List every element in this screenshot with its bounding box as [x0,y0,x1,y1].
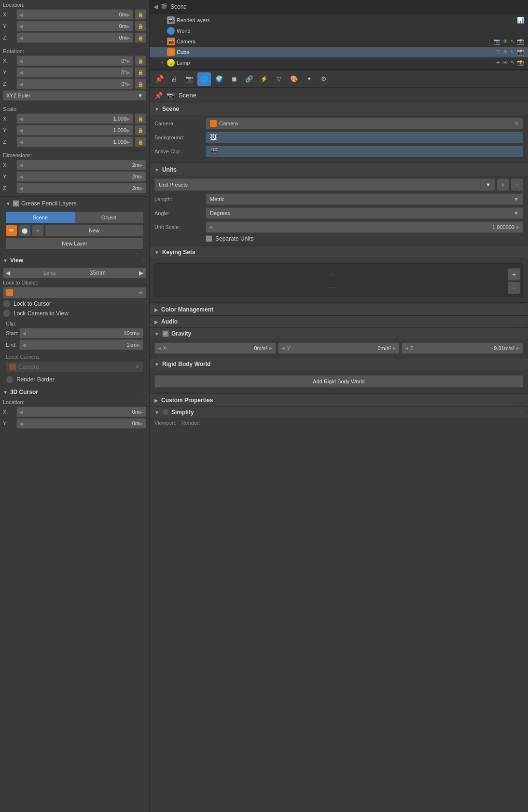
rotation-y-field[interactable]: ◀ 0° ▶ [16,67,133,78]
props-tool-scene[interactable]: 🌐 [197,72,211,86]
custom-props-header[interactable]: ▶ Custom Properties ⋯ [150,394,528,406]
gp-checkbox[interactable]: ✓ [13,200,19,207]
gravity-z-field[interactable]: ◀ Z: -9.81m/s² ▶ [402,342,523,354]
dim-z-right-arrow[interactable]: ▶ [139,186,143,191]
camera-eye-icon[interactable]: 👁 [502,38,508,45]
rotation-x-field[interactable]: ◀ 0° ▶ [16,55,133,66]
location-z-lock[interactable]: 🔒 [135,32,146,43]
gp-tab-object[interactable]: Object [75,212,144,223]
cursor-x-right-arrow[interactable]: ▶ [139,409,143,415]
props-tool-physics[interactable]: ⚙ [317,72,331,86]
cursor-y-right-arrow[interactable]: ▶ [139,421,143,426]
camera-field-clear[interactable]: ✕ [514,120,519,127]
props-tool-world[interactable]: 🌍 [212,72,226,86]
scale-x-left-arrow[interactable]: ◀ [19,116,23,122]
props-tool-constraints[interactable]: 🔗 [242,72,256,86]
props-tool-material[interactable]: 🎨 [287,72,301,86]
gravity-y-right-arrow[interactable]: ▶ [393,346,396,351]
view-section-header[interactable]: ▼ View ⋯ [0,255,149,266]
clip-start-left-arrow[interactable]: ◀ [22,331,26,336]
list-item[interactable]: 📷 RenderLayers | 📊 [150,15,528,26]
lens-field[interactable]: ◀ Lens: 35mm ▶ [3,268,146,278]
clip-start-right-arrow[interactable]: ▶ [137,331,140,336]
scale-x-field[interactable]: ◀ 1.000 ▶ [16,113,133,124]
unit-scale-field[interactable]: ◀ 1.000000 ▶ [206,221,523,233]
rotation-y-right-arrow[interactable]: ▶ [126,70,130,75]
props-header-pin[interactable]: 📌 [154,92,163,99]
rotation-z-field[interactable]: ◀ 0° ▶ [16,79,133,89]
unit-scale-right-arrow[interactable]: ▶ [516,225,520,230]
camera-prop-field[interactable]: Camera ✕ [206,118,523,129]
gp-new-btn[interactable]: New [45,225,143,236]
camera-expand[interactable]: + [159,39,165,44]
scale-z-left-arrow[interactable]: ◀ [19,139,23,145]
lock-camera-checkbox[interactable] [3,310,11,317]
scale-z-lock[interactable]: 🔒 [135,136,146,147]
lock-to-cursor-row[interactable]: Lock to Cursor [3,300,146,308]
gravity-x-left-arrow[interactable]: ◀ [158,346,161,351]
dim-z-field[interactable]: ◀ 2m ▶ [16,183,146,193]
cursor-3d-header[interactable]: ▼ 3D Cursor ⋯ [0,387,149,397]
angle-prop-field[interactable]: Degrees ▼ [206,207,523,219]
gravity-z-left-arrow[interactable]: ◀ [405,346,408,351]
rotation-mode-dropdown[interactable]: XYZ Euler ▼ [3,90,146,101]
gravity-checkbox[interactable]: ✓ [162,330,169,337]
dim-y-left-arrow[interactable]: ◀ [19,174,23,179]
rotation-z-lock[interactable]: 🔒 [135,79,146,89]
rotation-x-right-arrow[interactable]: ▶ [126,58,130,64]
list-item[interactable]: + 💡 Lamp | ✦ 👁 ↖ 📸 [150,57,528,68]
scale-y-right-arrow[interactable]: ▶ [126,128,130,133]
gp-pencil-btn[interactable]: ✏ [6,225,17,236]
lamp-cursor-icon[interactable]: ↖ [510,59,515,66]
lock-object-edit-icon[interactable]: ✏ [139,290,143,296]
gp-new-layer-btn[interactable]: New Layer [6,238,143,249]
length-prop-field[interactable]: Metric ▼ [206,193,523,205]
scale-z-field[interactable]: ◀ 1.000 ▶ [16,136,133,147]
rotation-z-right-arrow[interactable]: ▶ [126,81,130,87]
keying-minus-button[interactable]: − [508,282,520,294]
props-tool-render[interactable]: 🖨 [167,72,181,86]
cube-expand[interactable]: + [159,49,165,55]
lock-to-cursor-checkbox[interactable] [3,300,11,308]
scale-y-field[interactable]: ◀ 1.000 ▶ [16,125,133,135]
camera-cursor-icon[interactable]: ↖ [510,38,515,45]
camera-render-icon[interactable]: 📸 [517,38,524,45]
lamp-restrict-icon[interactable]: ✦ [496,59,500,66]
gp-tab-scene[interactable]: Scene [6,212,75,223]
lamp-eye-icon[interactable]: 👁 [502,59,508,66]
gp-add-btn[interactable]: ＋ [32,225,44,236]
cube-cursor-icon[interactable]: ↖ [510,49,515,55]
units-section-header[interactable]: ▼ Units ⋯ [150,164,528,176]
add-rigid-body-button[interactable]: Add Rigid Body World [154,375,523,388]
cursor-y-field[interactable]: ◀ 0m ▶ [16,418,146,429]
gp-settings-btn[interactable]: ⬤ [18,225,31,236]
cursor-y-left-arrow[interactable]: ◀ [19,421,23,426]
cursor-x-field[interactable]: ◀ 0m ▶ [16,406,146,417]
unit-presets-add[interactable]: + [497,178,509,191]
cube-render-icon[interactable]: 📸 [517,49,524,55]
cube-restrict-icon[interactable]: ▽ [496,49,500,55]
location-x-lock[interactable]: 🔒 [135,9,146,20]
list-item[interactable]: + ▽ Cube | ▽ 👁 ↖ 📸 [150,47,528,57]
lens-right-arrow[interactable]: ▶ [139,270,143,276]
location-y-left-arrow[interactable]: ◀ [19,24,23,29]
lock-to-object-field[interactable]: ✏ [3,287,146,298]
dim-z-left-arrow[interactable]: ◀ [19,186,23,191]
clip-end-field[interactable]: ◀ 1km ▶ [19,339,143,350]
dim-y-field[interactable]: ◀ 2m ▶ [16,171,146,182]
color-mgmt-header[interactable]: ▶ Color Management ⋯ [150,304,528,316]
location-z-left-arrow[interactable]: ◀ [19,35,23,41]
background-prop-field[interactable]: 🖼 [206,132,523,143]
scale-x-lock[interactable]: 🔒 [135,113,146,124]
lamp-expand[interactable]: + [159,60,165,66]
cube-eye-icon[interactable]: 👁 [502,49,508,55]
render-border-checkbox[interactable] [6,376,14,383]
rotation-y-left-arrow[interactable]: ◀ [19,70,23,75]
gravity-y-field[interactable]: ◀ Y: 0m/s² ▶ [278,342,400,354]
keying-sets-header[interactable]: ▼ Keying Sets ⋯ [150,246,528,258]
location-x-left-arrow[interactable]: ◀ [19,12,23,17]
lens-left-arrow[interactable]: ◀ [6,270,10,276]
scale-y-lock[interactable]: 🔒 [135,125,146,135]
location-x-field[interactable]: ◀ 0m ▶ [16,9,133,20]
location-y-right-arrow[interactable]: ▶ [126,24,130,29]
